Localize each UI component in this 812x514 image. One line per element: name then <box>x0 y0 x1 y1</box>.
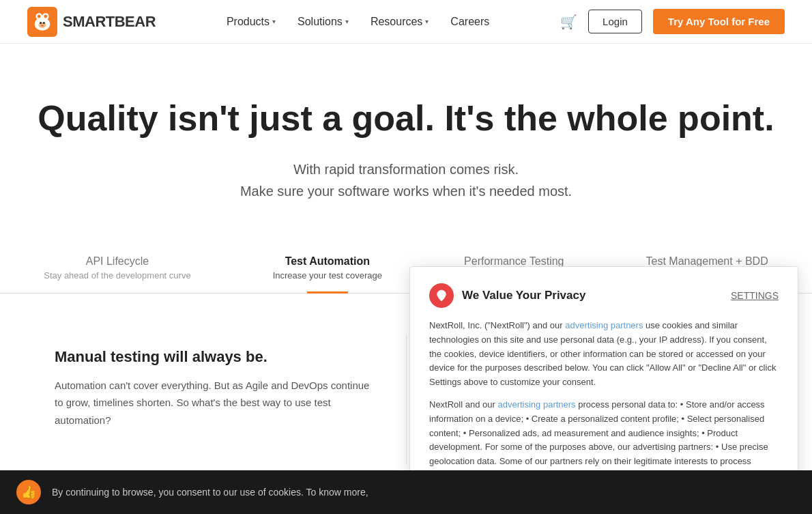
thumbs-up-icon: 👍 <box>16 480 41 504</box>
privacy-body-1: NextRoll, Inc. ("NextRoll") and our adve… <box>429 319 779 390</box>
brand-name: SMARTBEAR <box>63 13 156 31</box>
svg-point-6 <box>40 22 42 24</box>
cart-icon[interactable]: 🛒 <box>560 14 577 30</box>
nav-careers[interactable]: Careers <box>450 16 489 28</box>
bear-svg <box>31 11 53 33</box>
products-chevron-icon: ▾ <box>272 18 276 25</box>
nav-products[interactable]: Products ▾ <box>227 16 276 28</box>
svg-point-8 <box>41 25 44 27</box>
hero-section: Quality isn't just a goal. It's the whol… <box>0 44 812 243</box>
resources-chevron-icon: ▾ <box>425 18 429 25</box>
content-left: Manual testing will always be. Automatio… <box>55 334 406 464</box>
content-left-title: Manual testing will always be. <box>55 348 379 366</box>
hero-subtitle-line1: With rapid transformation comes risk. <box>27 158 785 180</box>
nav-actions: 🛒 Login Try Any Tool for Free <box>560 9 785 34</box>
nextroll-icon <box>435 289 448 302</box>
cookie-bar: 👍 By continuing to browse, you consent t… <box>0 470 812 505</box>
privacy-title: We Value Your Privacy <box>462 289 585 302</box>
privacy-modal: We Value Your Privacy SETTINGS NextRoll,… <box>409 266 798 505</box>
svg-point-4 <box>44 14 47 18</box>
privacy-modal-header: We Value Your Privacy SETTINGS <box>429 283 779 308</box>
tab-api-lifecycle[interactable]: API Lifecycle Stay ahead of the developm… <box>3 243 231 293</box>
solutions-chevron-icon: ▾ <box>345 18 349 25</box>
privacy-logo-icon <box>429 283 454 308</box>
privacy-header-left: We Value Your Privacy <box>429 283 585 308</box>
nav-resources[interactable]: Resources ▾ <box>371 16 429 28</box>
cookie-bar-text: By continuing to browse, you consent to … <box>52 487 368 498</box>
hero-title: Quality isn't just a goal. It's the whol… <box>27 98 785 139</box>
logo-icon <box>27 7 57 37</box>
svg-point-3 <box>38 14 41 18</box>
tab-test-automation[interactable]: Test Automation Increase your test cover… <box>232 243 423 293</box>
adv-partners-link-2[interactable]: advertising partners <box>497 399 575 410</box>
login-button[interactable]: Login <box>588 10 642 33</box>
content-left-body: Automation can't cover everything. But a… <box>55 377 379 429</box>
navigation: SMARTBEAR Products ▾ Solutions ▾ Resourc… <box>0 0 812 44</box>
hero-subtitle: With rapid transformation comes risk. Ma… <box>27 158 785 202</box>
nav-solutions[interactable]: Solutions ▾ <box>298 16 349 28</box>
svg-point-7 <box>43 22 45 24</box>
nav-links: Products ▾ Solutions ▾ Resources ▾ Caree… <box>227 16 489 28</box>
try-button[interactable]: Try Any Tool for Free <box>653 9 785 34</box>
hero-subtitle-line2: Make sure your software works when it's … <box>27 180 785 202</box>
adv-partners-link-1[interactable]: advertising partners <box>565 320 643 330</box>
privacy-settings-link[interactable]: SETTINGS <box>731 290 779 301</box>
logo[interactable]: SMARTBEAR <box>27 7 156 37</box>
